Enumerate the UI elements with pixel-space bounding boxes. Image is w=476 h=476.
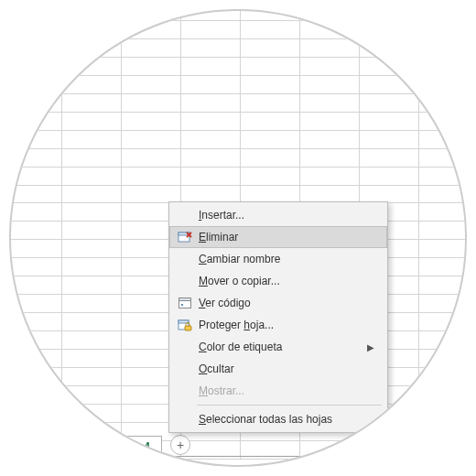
cell[interactable] xyxy=(419,422,468,440)
cell[interactable] xyxy=(360,75,419,93)
cell[interactable] xyxy=(122,93,181,112)
cell[interactable] xyxy=(419,440,468,459)
cell[interactable] xyxy=(419,404,468,422)
cell[interactable] xyxy=(62,240,122,258)
cell[interactable] xyxy=(360,148,419,167)
cell[interactable] xyxy=(241,93,300,112)
cell[interactable] xyxy=(419,368,468,386)
cell[interactable] xyxy=(9,422,62,440)
cell[interactable] xyxy=(360,93,419,112)
cell[interactable] xyxy=(300,93,360,112)
cell[interactable] xyxy=(122,148,181,167)
cell[interactable] xyxy=(181,130,241,148)
cell[interactable] xyxy=(62,222,122,240)
cell[interactable] xyxy=(419,313,468,331)
cell[interactable] xyxy=(62,422,122,440)
cell[interactable] xyxy=(9,222,62,240)
cell[interactable] xyxy=(241,185,300,203)
cell[interactable] xyxy=(9,167,62,185)
cell[interactable] xyxy=(241,167,300,185)
cell[interactable] xyxy=(122,57,181,75)
cell[interactable] xyxy=(122,167,181,185)
cell[interactable] xyxy=(300,112,360,130)
cell[interactable] xyxy=(181,20,241,38)
cell[interactable] xyxy=(9,240,62,258)
cell[interactable] xyxy=(9,9,62,20)
cell[interactable] xyxy=(360,130,419,148)
cell[interactable] xyxy=(122,75,181,93)
cell[interactable] xyxy=(62,130,122,148)
cell[interactable] xyxy=(9,20,62,38)
cell[interactable] xyxy=(9,57,62,75)
cell[interactable] xyxy=(62,386,122,405)
cell[interactable] xyxy=(360,422,419,440)
cell[interactable] xyxy=(419,331,468,350)
cell[interactable] xyxy=(360,185,419,203)
cell[interactable] xyxy=(300,130,360,148)
cell[interactable] xyxy=(9,331,62,350)
cell[interactable] xyxy=(181,148,241,167)
cell[interactable] xyxy=(241,38,300,57)
cell[interactable] xyxy=(419,93,468,112)
cell[interactable] xyxy=(62,20,122,38)
cell[interactable] xyxy=(62,331,122,350)
cell[interactable] xyxy=(360,167,419,185)
cell[interactable] xyxy=(181,185,241,203)
cell[interactable] xyxy=(419,130,468,148)
cell[interactable] xyxy=(9,75,62,93)
menu-item-insert[interactable]: Insertar... xyxy=(169,204,387,226)
cell[interactable] xyxy=(122,130,181,148)
menu-item-selectall[interactable]: Seleccionar todas las hojas xyxy=(169,408,387,430)
cell[interactable] xyxy=(122,38,181,57)
cell[interactable] xyxy=(181,38,241,57)
cell[interactable] xyxy=(181,75,241,93)
cell[interactable] xyxy=(241,9,300,20)
cell[interactable] xyxy=(241,20,300,38)
cell[interactable] xyxy=(419,203,468,222)
cell[interactable] xyxy=(419,20,468,38)
cell[interactable] xyxy=(62,440,122,459)
cell[interactable] xyxy=(419,258,468,276)
cell[interactable] xyxy=(9,130,62,148)
cell[interactable] xyxy=(241,75,300,93)
cell[interactable] xyxy=(419,75,468,93)
cell[interactable] xyxy=(9,148,62,167)
cell[interactable] xyxy=(62,276,122,295)
cell[interactable] xyxy=(181,57,241,75)
menu-item-tabcolor[interactable]: Color de etiqueta▶ xyxy=(169,336,387,358)
cell[interactable] xyxy=(62,203,122,222)
cell[interactable] xyxy=(181,167,241,185)
sheet-tab-hoja3[interactable]: Hoja3 xyxy=(57,440,109,459)
cell[interactable] xyxy=(181,112,241,130)
cell[interactable] xyxy=(241,148,300,167)
cell[interactable] xyxy=(62,93,122,112)
cell[interactable] xyxy=(62,9,122,20)
cell[interactable] xyxy=(300,57,360,75)
cell[interactable] xyxy=(419,386,468,405)
cell[interactable] xyxy=(9,276,62,295)
cell[interactable] xyxy=(300,38,360,57)
cell[interactable] xyxy=(181,93,241,112)
cell[interactable] xyxy=(181,9,241,20)
menu-item-rename[interactable]: Cambiar nombre xyxy=(169,248,387,270)
cell[interactable] xyxy=(9,295,62,313)
cell[interactable] xyxy=(122,185,181,203)
cell[interactable] xyxy=(9,93,62,112)
cell[interactable] xyxy=(62,313,122,331)
cell[interactable] xyxy=(122,9,181,20)
cell[interactable] xyxy=(300,185,360,203)
cell[interactable] xyxy=(62,38,122,57)
cell[interactable] xyxy=(300,167,360,185)
cell[interactable] xyxy=(360,57,419,75)
cell[interactable] xyxy=(9,440,62,459)
cell[interactable] xyxy=(419,350,468,368)
cell[interactable] xyxy=(62,148,122,167)
cell[interactable] xyxy=(9,368,62,386)
cell[interactable] xyxy=(9,185,62,203)
cell[interactable] xyxy=(62,75,122,93)
cell[interactable] xyxy=(62,368,122,386)
cell[interactable] xyxy=(300,440,360,459)
cell[interactable] xyxy=(9,258,62,276)
menu-item-protect[interactable]: Proteger hoja... xyxy=(169,314,387,336)
cell[interactable] xyxy=(62,258,122,276)
